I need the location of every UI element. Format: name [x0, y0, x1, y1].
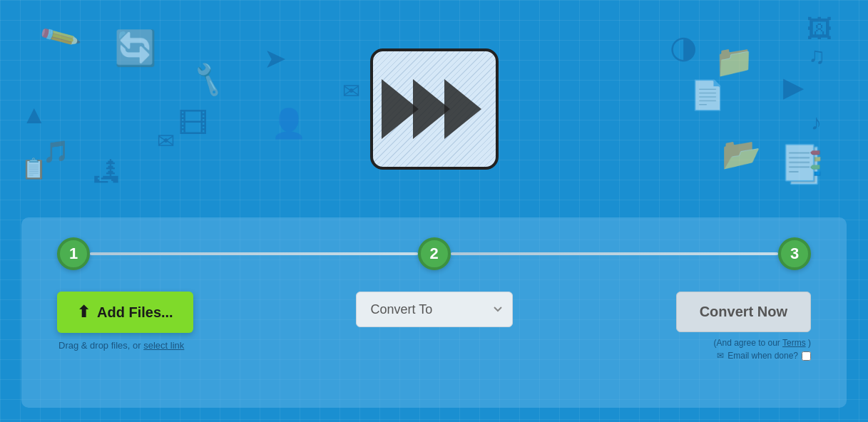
music-icon-1: ♫: [808, 43, 825, 69]
add-files-button[interactable]: ⬆ Add Files...: [57, 292, 193, 333]
step-line-2: [451, 252, 779, 255]
image-icon-1: 🖼: [807, 14, 832, 44]
email-row: ✉ Email when done?: [717, 351, 811, 361]
fast-forward-arrows: [387, 79, 481, 139]
nov-icon: 📋: [21, 157, 46, 180]
step-2-circle: 2: [418, 237, 451, 270]
email-icon-2: ✉: [157, 128, 175, 153]
copy-icon-1: 📄: [690, 78, 725, 112]
step-1-area: ⬆ Add Files... Drag & drop files, or sel…: [57, 292, 271, 351]
convert-now-button[interactable]: Convert Now: [676, 292, 811, 332]
music-icon-2: ♪: [811, 110, 822, 135]
select-link[interactable]: select link: [143, 340, 184, 351]
terms-link[interactable]: Terms: [782, 338, 806, 348]
actions-row: ⬆ Add Files... Drag & drop files, or sel…: [57, 292, 811, 361]
film-icon: 🎞: [178, 107, 208, 141]
send-icon: ➤: [264, 43, 287, 74]
wrench-icon: 🔧: [188, 60, 229, 99]
steps-indicator: 1 2 3: [57, 237, 811, 270]
upload-icon: ⬆: [77, 303, 90, 321]
folder-icon-2: 📂: [722, 135, 761, 173]
app-container: ✏️ 🔄 🔧 ➤ ✉ ♫ 📁 ◑ 🖼 ▶ 📄 🎞 👤 ▲ 🎵 🏞 📋 ✉ 📂 📑…: [0, 0, 868, 422]
person-icon: 👤: [271, 107, 307, 140]
email-icon-1: ✉: [342, 78, 360, 103]
email-icon: ✉: [717, 351, 724, 361]
convert-to-select[interactable]: Convert To MP4 MP3 AVI MOV PDF JPG PNG G…: [356, 292, 513, 327]
terms-text: (And agree to our Terms ): [713, 338, 811, 348]
banner: ✏️ 🔄 🔧 ➤ ✉ ♫ 📁 ◑ 🖼 ▶ 📄 🎞 👤 ▲ 🎵 🏞 📋 ✉ 📂 📑…: [0, 0, 868, 217]
email-checkbox[interactable]: [802, 351, 811, 361]
main-panel: 1 2 3 ⬆ Add Files... Drag & drop files, …: [21, 217, 847, 408]
triangle-icon: ▲: [21, 100, 47, 130]
step-line-1: [90, 252, 418, 255]
drag-drop-text: Drag & drop files, or select link: [57, 340, 184, 351]
copy-icon-2: 📑: [779, 143, 825, 186]
landscape-icon: 🏞: [93, 157, 120, 187]
arrow-3: [444, 79, 481, 139]
step-3-area: Convert Now (And agree to our Terms ) ✉ …: [597, 292, 811, 361]
pie-icon: ◑: [670, 29, 697, 65]
pencil-icon: ✏️: [37, 15, 82, 59]
step-2-area: Convert To MP4 MP3 AVI MOV PDF JPG PNG G…: [271, 292, 597, 327]
play-icon: ▶: [783, 71, 804, 103]
folder-icon-1: 📁: [715, 43, 754, 80]
step-3-circle: 3: [778, 237, 811, 270]
mp3-icon: 🎵: [43, 139, 69, 164]
refresh-icon: 🔄: [114, 29, 157, 68]
app-logo: [370, 48, 499, 170]
step-1-circle: 1: [57, 237, 90, 270]
